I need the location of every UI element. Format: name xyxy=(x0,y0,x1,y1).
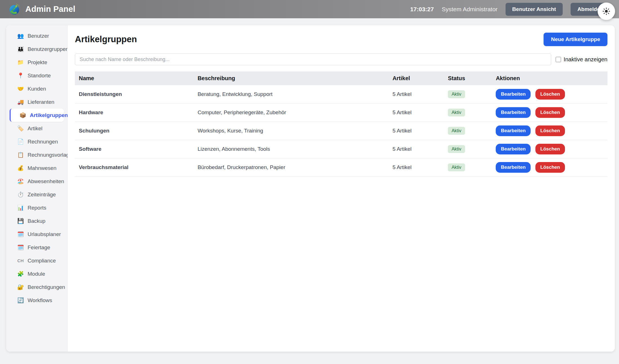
money-bag-icon: 💰 xyxy=(16,165,25,171)
calendar-icon: 🗓️ xyxy=(16,245,25,250)
user-view-button[interactable]: Benutzer Ansicht xyxy=(506,3,563,16)
table-row: Schulungen Workshops, Kurse, Training 5 … xyxy=(75,122,607,140)
sidebar-item-compliance[interactable]: CH Compliance xyxy=(6,254,67,267)
cell-articles: 5 Artikel xyxy=(388,85,444,104)
main-content: Artikelgruppen Neue Artikelgruppe Inakti… xyxy=(68,25,615,352)
status-badge: Aktiv xyxy=(448,145,465,153)
cell-articles: 5 Artikel xyxy=(388,122,444,140)
app-logo-icon xyxy=(8,3,21,15)
edit-button[interactable]: Bearbeiten xyxy=(496,125,531,136)
arrows-cycle-icon: 🔄 xyxy=(16,298,25,303)
show-inactive-checkbox-wrap[interactable]: Inaktive anzeigen xyxy=(556,56,607,63)
sidebar-item-standorte[interactable]: 📍 Standorte xyxy=(6,69,67,82)
sidebar-item-lieferanten[interactable]: 🚚 Lieferanten xyxy=(6,95,67,109)
theme-toggle-button[interactable] xyxy=(598,3,615,20)
edit-button[interactable]: Bearbeiten xyxy=(496,107,531,118)
stopwatch-icon: ⏱️ xyxy=(16,192,25,197)
status-badge: Aktiv xyxy=(448,127,465,135)
column-header-description: Beschreibung xyxy=(194,71,388,85)
sidebar-item-rechnungen[interactable]: 📄 Rechnungen xyxy=(6,135,67,148)
column-header-status: Status xyxy=(444,71,492,85)
users-icon: 👥 xyxy=(16,33,25,39)
header-brand: Admin Panel xyxy=(8,3,75,15)
tag-icon: 🏷️ xyxy=(16,126,25,131)
column-header-actions: Aktionen xyxy=(492,71,607,85)
sidebar-item-feiertage[interactable]: 🗓️ Feiertage xyxy=(6,241,67,254)
folder-icon: 📁 xyxy=(16,60,25,65)
column-header-articles: Artikel xyxy=(388,71,444,85)
sidebar-item-projekte[interactable]: 📁 Projekte xyxy=(6,56,67,69)
cell-description: Computer, Peripheriegeräte, Zubehör xyxy=(194,104,388,122)
cell-name: Software xyxy=(75,140,194,158)
cell-description: Beratung, Entwicklung, Support xyxy=(194,85,388,104)
document-icon: 📄 xyxy=(16,139,25,144)
app-header: Admin Panel 17:03:27 System Administrato… xyxy=(0,0,619,18)
page-title: Artikelgruppen xyxy=(75,34,137,44)
cell-articles: 5 Artikel xyxy=(388,158,444,177)
swiss-flag-icon: CH xyxy=(16,259,25,263)
sidebar-item-backup[interactable]: 💾 Backup xyxy=(6,214,67,228)
app-title: Admin Panel xyxy=(25,5,75,14)
cell-name: Dienstleistungen xyxy=(75,85,194,104)
sidebar-item-kunden[interactable]: 🤝 Kunden xyxy=(6,82,67,95)
table-row: Dienstleistungen Beratung, Entwicklung, … xyxy=(75,85,607,104)
handshake-icon: 🤝 xyxy=(16,86,25,91)
bar-chart-icon: 📊 xyxy=(16,205,25,210)
cell-description: Bürobedarf, Druckerpatronen, Papier xyxy=(194,158,388,177)
table-row: Software Lizenzen, Abonnements, Tools 5 … xyxy=(75,140,607,158)
column-header-name: Name xyxy=(75,71,194,85)
status-badge: Aktiv xyxy=(448,90,465,98)
map-pin-icon: 📍 xyxy=(16,73,25,78)
delete-button[interactable]: Löschen xyxy=(535,125,565,136)
cell-description: Lizenzen, Abonnements, Tools xyxy=(194,140,388,158)
table-header-row: Name Beschreibung Artikel Status Aktione… xyxy=(75,71,607,85)
current-user-label: System Administrator xyxy=(442,6,497,13)
delete-button[interactable]: Löschen xyxy=(535,107,565,118)
sidebar-nav: 👥 Benutzer 👪 Benutzergruppen 📁 Projekte … xyxy=(6,29,67,307)
lock-icon: 🔐 xyxy=(16,284,25,290)
show-inactive-label: Inaktive anzeigen xyxy=(564,56,607,63)
sidebar-item-module[interactable]: 🧩 Module xyxy=(6,267,67,280)
floppy-disk-icon: 💾 xyxy=(16,218,25,224)
sidebar-item-urlaubsplaner[interactable]: 🗓️ Urlaubsplaner xyxy=(6,228,67,241)
status-badge: Aktiv xyxy=(448,163,465,171)
user-group-icon: 👪 xyxy=(16,46,25,52)
sun-icon xyxy=(602,7,611,15)
sidebar-item-berechtigungen[interactable]: 🔐 Berechtigungen xyxy=(6,280,67,294)
cell-name: Hardware xyxy=(75,104,194,122)
table-row: Hardware Computer, Peripheriegeräte, Zub… xyxy=(75,104,607,122)
edit-button[interactable]: Bearbeiten xyxy=(496,144,531,154)
table-row: Verbrauchsmaterial Bürobedarf, Druckerpa… xyxy=(75,158,607,177)
cell-articles: 5 Artikel xyxy=(388,140,444,158)
sidebar-item-rechnungsvorlagen[interactable]: 📋 Rechnungsvorlagen xyxy=(6,148,67,161)
delete-button[interactable]: Löschen xyxy=(535,144,565,154)
article-groups-table: Name Beschreibung Artikel Status Aktione… xyxy=(75,71,607,177)
new-article-group-button[interactable]: Neue Artikelgruppe xyxy=(544,33,607,46)
edit-button[interactable]: Bearbeiten xyxy=(496,162,531,173)
show-inactive-checkbox[interactable] xyxy=(556,57,561,62)
cell-articles: 5 Artikel xyxy=(388,104,444,122)
search-input[interactable] xyxy=(75,53,551,65)
edit-button[interactable]: Bearbeiten xyxy=(496,89,531,100)
sidebar-item-workflows[interactable]: 🔄 Workflows xyxy=(6,294,67,307)
truck-icon: 🚚 xyxy=(16,99,25,105)
package-icon: 📦 xyxy=(19,113,27,118)
sidebar-item-benutzergruppen[interactable]: 👪 Benutzergruppen xyxy=(6,42,67,56)
header-right-section: 17:03:27 System Administrator Benutzer A… xyxy=(410,3,612,16)
beach-umbrella-icon: 🏖️ xyxy=(16,179,25,184)
calendar-icon: 🗓️ xyxy=(16,232,25,237)
puzzle-piece-icon: 🧩 xyxy=(16,271,25,277)
sidebar-item-mahnwesen[interactable]: 💰 Mahnwesen xyxy=(6,161,67,175)
cell-name: Schulungen xyxy=(75,122,194,140)
delete-button[interactable]: Löschen xyxy=(535,162,565,173)
delete-button[interactable]: Löschen xyxy=(535,89,565,100)
clipboard-icon: 📋 xyxy=(16,152,25,158)
sidebar-item-artikelgruppen[interactable]: 📦 Artikelgruppen xyxy=(10,109,64,122)
app-container: 👥 Benutzer 👪 Benutzergruppen 📁 Projekte … xyxy=(6,25,615,352)
sidebar-item-abwesenheiten[interactable]: 🏖️ Abwesenheiten xyxy=(6,175,67,188)
sidebar-item-reports[interactable]: 📊 Reports xyxy=(6,201,67,214)
sidebar-item-artikel[interactable]: 🏷️ Artikel xyxy=(6,122,67,135)
cell-name: Verbrauchsmaterial xyxy=(75,158,194,177)
sidebar-item-zeiteintraege[interactable]: ⏱️ Zeiteinträge xyxy=(6,188,67,201)
sidebar-item-benutzer[interactable]: 👥 Benutzer xyxy=(6,29,67,42)
